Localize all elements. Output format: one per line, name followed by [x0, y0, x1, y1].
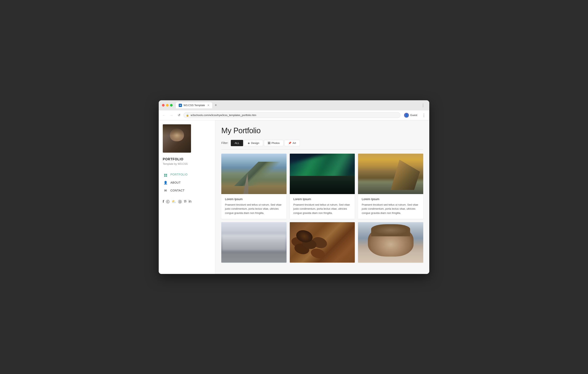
portfolio-card-5[interactable]	[290, 222, 355, 263]
tab-bar: W W3.CSS Template ✕ +	[176, 102, 418, 108]
card-body-2: Lorem Ipsum Praesent tincidunt sed tellu…	[290, 194, 355, 219]
close-window-button[interactable]	[162, 104, 165, 107]
portfolio-card-6[interactable]	[358, 222, 423, 263]
filter-label: Filter:	[221, 141, 228, 144]
card-body-3: Lorem Ipsum Praesent tincidunt sed tellu…	[358, 194, 423, 219]
active-tab[interactable]: W W3.CSS Template ✕	[176, 102, 212, 108]
sidebar-avatar	[163, 124, 191, 153]
portfolio-card-3[interactable]: Lorem Ipsum Praesent tincidunt sed tellu…	[358, 154, 423, 219]
lock-icon: 🔒	[186, 114, 189, 117]
filter-photos-button[interactable]: 🖼 Photos	[264, 140, 284, 146]
card-text-1: Praesent tincidunt sed tellus ut rutrum.…	[225, 203, 283, 215]
browser-menu-button[interactable]: ⋮	[420, 102, 426, 108]
card-title-3: Lorem Ipsum	[362, 197, 420, 201]
account-button[interactable]: 👤 Guest	[402, 112, 419, 119]
filter-art-label: Art	[293, 142, 296, 144]
browser-window: W W3.CSS Template ✕ + ⋮ ← → ↺ 🔒 w3school…	[159, 100, 429, 274]
image-icon: 🖼	[268, 142, 270, 144]
filter-all-button[interactable]: ALL	[231, 140, 243, 146]
sidebar-nav-portfolio-label: PORTFOLIO	[170, 173, 188, 176]
sidebar-item-contact[interactable]: ✉ CONTACT	[163, 187, 211, 195]
snapchat-icon[interactable]: ⛅	[172, 199, 176, 204]
filter-art-button[interactable]: 📌 Art	[284, 140, 300, 146]
sidebar-item-about[interactable]: 👤 ABOUT	[163, 179, 211, 187]
page-content: PORTFOLIO Template by W3.CSS PORTFOLIO 👤…	[159, 120, 429, 274]
card-image-1	[221, 154, 286, 194]
grid-icon	[164, 172, 168, 177]
diamond-icon: ◈	[248, 142, 250, 144]
card-image-5	[290, 222, 355, 263]
tab-title: W3.CSS Template	[184, 104, 205, 107]
instagram-icon[interactable]: ⓒ	[166, 199, 170, 204]
sidebar-nav: PORTFOLIO 👤 ABOUT ✉ CONTACT	[163, 170, 211, 195]
facebook-icon[interactable]: 𝐟	[163, 199, 164, 204]
card-image-3	[358, 154, 423, 194]
sidebar-nav-about-label: ABOUT	[170, 181, 181, 184]
minimize-window-button[interactable]	[166, 104, 168, 107]
filter-all-label: ALL	[235, 142, 239, 144]
url-text: w3schools.com/w3css/tryw3css_templates_p…	[191, 114, 256, 117]
card-title-2: Lorem Ipsum	[294, 197, 351, 201]
reload-button[interactable]: ↺	[177, 112, 181, 118]
card-title-1: Lorem Ipsum	[225, 197, 283, 201]
sidebar-nav-contact-label: CONTACT	[170, 189, 185, 192]
guest-avatar: 👤	[404, 113, 409, 118]
twitter-icon[interactable]: 𝔅	[184, 199, 187, 204]
filter-bar: Filter: ALL ◈ Design 🖼 Photos 📌 Art	[221, 140, 423, 150]
portfolio-card-2[interactable]: Lorem Ipsum Praesent tincidunt sed tellu…	[290, 154, 355, 219]
portfolio-card-4[interactable]	[221, 222, 286, 263]
browser-controls: W W3.CSS Template ✕ + ⋮	[162, 102, 426, 108]
forward-button[interactable]: →	[169, 113, 174, 118]
sidebar-tagline: Template by W3.CSS	[163, 162, 211, 165]
filter-design-label: Design	[251, 142, 259, 144]
card-image-4	[221, 222, 286, 263]
linkedin-icon[interactable]: in	[189, 199, 191, 204]
envelope-icon: ✉	[164, 189, 168, 192]
card-text-2: Praesent tincidunt sed tellus ut rutrum.…	[294, 203, 351, 215]
social-icons: 𝐟 ⓒ ⛅ Ⓑ 𝔅 in	[163, 199, 211, 204]
sidebar-item-portfolio[interactable]: PORTFOLIO	[163, 170, 211, 179]
main-content: My Portfolio Filter: ALL ◈ Design 🖼 Phot…	[215, 120, 429, 274]
browser-toolbar: ← → ↺ 🔒 w3schools.com/w3css/tryw3css_tem…	[159, 110, 429, 120]
maximize-window-button[interactable]	[170, 104, 173, 107]
sidebar: PORTFOLIO Template by W3.CSS PORTFOLIO 👤…	[159, 120, 215, 274]
sidebar-brand: PORTFOLIO	[163, 157, 211, 161]
tab-favicon: W	[179, 104, 182, 107]
avatar-image	[163, 124, 191, 153]
back-button[interactable]: ←	[161, 113, 167, 118]
card-image-2	[290, 154, 355, 194]
new-tab-button[interactable]: +	[213, 102, 219, 108]
filter-design-button[interactable]: ◈ Design	[244, 140, 263, 146]
tab-close-button[interactable]: ✕	[207, 104, 210, 107]
pin-icon: 📌	[288, 142, 291, 144]
portfolio-card-1[interactable]: Lorem Ipsum Praesent tincidunt sed tellu…	[221, 154, 286, 219]
person-icon: 👤	[164, 181, 168, 185]
chrome-menu-button[interactable]: ⋮	[421, 112, 427, 118]
card-text-3: Praesent tincidunt sed tellus ut rutrum.…	[362, 203, 420, 215]
address-bar[interactable]: 🔒 w3schools.com/w3css/tryw3css_templates…	[184, 112, 400, 118]
card-image-6	[358, 222, 423, 263]
page-title: My Portfolio	[221, 126, 423, 135]
avatar-icon: 👤	[405, 114, 408, 117]
guest-label: Guest	[410, 114, 417, 117]
browser-titlebar: W W3.CSS Template ✕ + ⋮	[159, 100, 429, 110]
card-body-1: Lorem Ipsum Praesent tincidunt sed tellu…	[221, 194, 286, 219]
pinterest-icon[interactable]: Ⓑ	[178, 199, 182, 204]
portfolio-grid: Lorem Ipsum Praesent tincidunt sed tellu…	[221, 154, 423, 263]
filter-photos-label: Photos	[272, 142, 280, 144]
traffic-lights	[162, 104, 173, 107]
